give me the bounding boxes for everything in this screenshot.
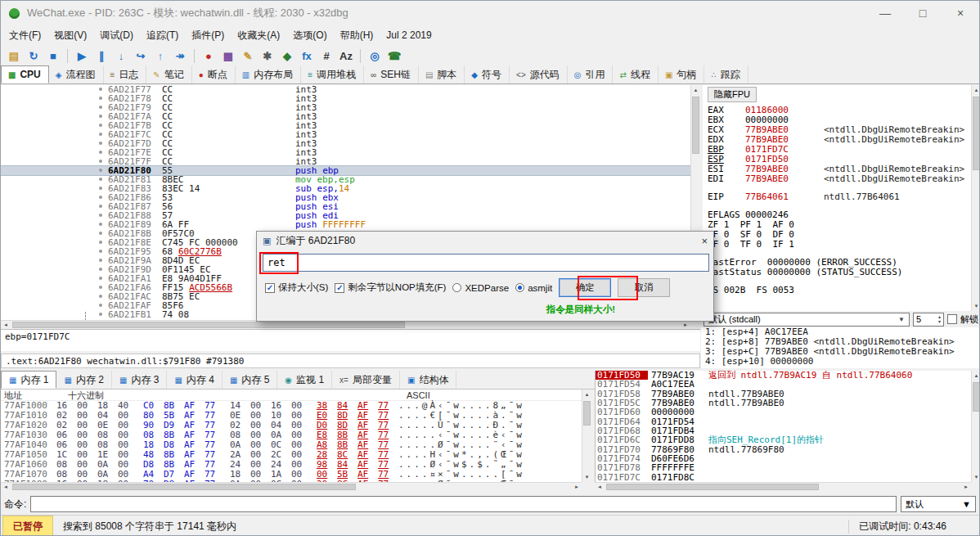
shield-icon[interactable]: ◆	[278, 47, 296, 64]
dump-hscrollbar[interactable]	[1, 482, 582, 491]
breakpoint-dot[interactable]	[99, 124, 102, 127]
menu-item[interactable]: 文件(F)	[2, 25, 47, 46]
main-tab[interactable]: ⇄线程	[613, 65, 658, 83]
breakpoint-dot[interactable]	[99, 133, 102, 136]
breakpoint-dot[interactable]	[99, 205, 102, 208]
breakpoint-dot[interactable]	[99, 286, 102, 289]
step-over-icon[interactable]: ↪	[132, 47, 150, 64]
scroll-thumb[interactable]	[973, 382, 980, 412]
disasm-row[interactable]: 6AD21F7ECCint3	[1, 148, 690, 157]
dump-vscrollbar[interactable]	[582, 390, 591, 482]
disasm-row[interactable]: 6AD21F7FCCint3	[1, 157, 690, 166]
scroll-thumb[interactable]	[12, 484, 356, 490]
main-tab[interactable]: ◈流程图	[49, 65, 104, 83]
stack-row[interactable]: 0171FD54A0C17EEA	[596, 380, 971, 389]
open-file-icon[interactable]: ▤	[5, 47, 23, 64]
calling-convention-select[interactable]: 默认 (stdcall) ▼	[704, 313, 910, 327]
dialog-title-bar[interactable]: ▣ 汇编于 6AD21F80 ×	[257, 232, 713, 250]
breakpoint-dot[interactable]	[99, 295, 102, 298]
scroll-thumb[interactable]	[973, 97, 980, 170]
scroll-right-icon[interactable]	[961, 483, 971, 491]
menu-item[interactable]: 收藏夹(A)	[231, 25, 286, 46]
xedparse-radio[interactable]: XEDParse	[452, 283, 509, 293]
asmjit-radio[interactable]: asmjit	[515, 283, 552, 293]
main-tab[interactable]: ●断点	[192, 65, 236, 83]
maximize-button[interactable]: □	[904, 1, 942, 25]
stack-vscrollbar[interactable]	[971, 371, 980, 482]
register-row[interactable]: EDI77B9ABE0<ntdll.DbgUiRemoteBreakin>	[708, 174, 971, 184]
restart-icon[interactable]: ↻	[25, 47, 43, 64]
scroll-left-icon[interactable]	[1, 483, 11, 491]
breakpoint-dot[interactable]	[99, 97, 102, 100]
scroll-up-icon[interactable]	[582, 390, 591, 399]
main-tab[interactable]: ≡调用堆栈	[301, 65, 364, 83]
az-icon[interactable]: Az	[337, 47, 355, 64]
breakpoint-dot[interactable]	[99, 214, 102, 217]
disasm-row[interactable]: 6AD21F77CCint3	[1, 85, 690, 94]
breakpoint-dot[interactable]	[99, 151, 102, 154]
main-tab[interactable]: ▦CPU	[1, 65, 49, 83]
breakpoint-dot[interactable]	[99, 88, 102, 91]
disasm-row[interactable]: 6AD21F78CCint3	[1, 94, 690, 103]
unlock-checkbox[interactable]: 解锁	[947, 313, 978, 326]
register-row[interactable]: EIP77B64061ntdll.77B64061	[708, 192, 971, 202]
scroll-thumb[interactable]	[606, 484, 819, 490]
scroll-thumb[interactable]	[12, 322, 405, 328]
breakpoint-dot[interactable]	[99, 277, 102, 280]
breakpoint-dot[interactable]	[99, 250, 102, 253]
disasm-row[interactable]: 6AD21F896A FFpush FFFFFFFF	[1, 220, 690, 229]
scroll-up-icon[interactable]	[972, 371, 980, 381]
find-icon[interactable]: ◎	[366, 47, 384, 64]
dump-tab[interactable]: ▦内存 3	[112, 371, 167, 389]
scroll-down-icon[interactable]	[582, 472, 591, 482]
scroll-thumb[interactable]	[583, 401, 591, 426]
stack-row[interactable]: 0171FD6000000000	[596, 408, 971, 417]
dump-tab[interactable]: ▣结构体	[400, 371, 456, 389]
disasm-row[interactable]: 6AD21F7ACCint3	[1, 112, 690, 121]
assemble-input[interactable]	[263, 254, 709, 272]
dump-tab[interactable]: ▦内存 2	[56, 371, 111, 389]
scroll-right-icon[interactable]	[681, 321, 690, 329]
scroll-up-icon[interactable]	[691, 85, 700, 95]
breakpoint-icon[interactable]: ●	[200, 47, 218, 64]
breakpoint-dot[interactable]	[99, 160, 102, 163]
disasm-row[interactable]: 6AD21F79CCint3	[1, 103, 690, 112]
main-tab[interactable]: ▤脚本	[419, 65, 465, 83]
breakpoint-dot[interactable]	[99, 223, 102, 226]
main-tab[interactable]: ✎笔记	[146, 65, 191, 83]
keep-size-checkbox[interactable]: 保持大小(S)	[265, 282, 328, 294]
menu-item[interactable]: 插件(P)	[185, 25, 231, 46]
menu-item[interactable]: 帮助(H)	[334, 25, 380, 46]
breakpoint-dot[interactable]	[99, 106, 102, 109]
menu-item[interactable]: 视图(V)	[47, 25, 93, 46]
spin-down-icon[interactable]: ▾	[938, 319, 941, 324]
run-to-cursor-icon[interactable]: ↠	[171, 47, 189, 64]
arg-count-spinner[interactable]: 5 ▴ ▾	[913, 313, 944, 327]
main-tab[interactable]: ▥内存布局	[236, 65, 301, 83]
argument-row[interactable]: 4: [esp+10] 00000000	[705, 357, 980, 367]
dialog-close-icon[interactable]: ×	[701, 235, 708, 247]
scroll-right-icon[interactable]	[572, 483, 582, 491]
dump-tab[interactable]: x=局部变量	[332, 371, 400, 389]
main-tab[interactable]: ▣句柄	[659, 65, 704, 83]
stack-row[interactable]: 0171FD6C0171FDD8指向SEH_Record[1]的指针	[596, 435, 971, 444]
main-tab[interactable]: ≡日志	[104, 65, 147, 83]
breakpoint-dot[interactable]	[99, 268, 102, 271]
step-out-icon[interactable]: ↑	[151, 47, 169, 64]
stack-row[interactable]: 0171FD7C0171FD8C	[596, 473, 971, 482]
patch-icon[interactable]: ▩	[219, 47, 237, 64]
disasm-row[interactable]: 6AD21F7BCCint3	[1, 121, 690, 130]
dump-tab[interactable]: ▦内存 4	[167, 371, 222, 389]
step-into-icon[interactable]: ↓	[112, 47, 130, 64]
registers-panel[interactable]: 隐藏FPU EAX01186000EBX00000000ECX77B9ABE0<…	[703, 85, 971, 311]
unlock-checkbox-box[interactable]	[947, 314, 957, 324]
breakpoint-dot[interactable]	[99, 304, 102, 307]
fx-icon[interactable]: fx	[298, 47, 316, 64]
scroll-thumb[interactable]	[692, 97, 699, 154]
stack-panel[interactable]: 0171FD5077B9AC19返回到 ntdll.77B9AC19 自 ntd…	[595, 371, 971, 482]
breakpoint-dot[interactable]	[99, 232, 102, 235]
pause-icon[interactable]: ∥	[92, 47, 110, 64]
breakpoint-dot[interactable]	[99, 142, 102, 145]
command-input[interactable]	[30, 496, 897, 512]
stop-icon[interactable]: ■	[44, 47, 62, 64]
